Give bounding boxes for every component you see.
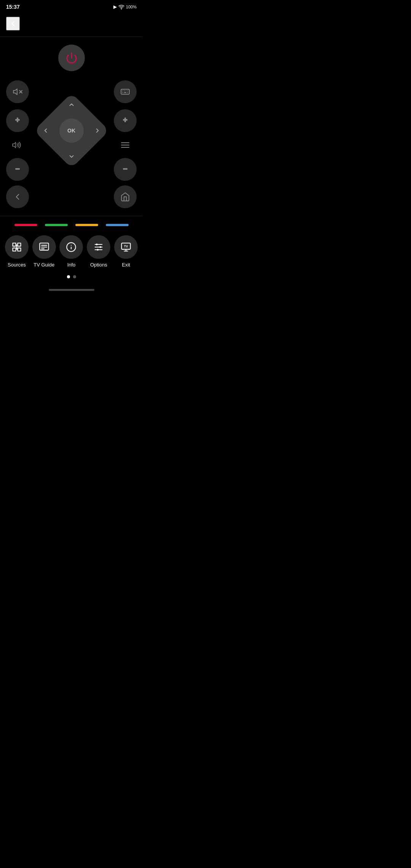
svg-rect-8 bbox=[121, 89, 129, 94]
sources-label: Sources bbox=[8, 262, 26, 268]
nav-right-button[interactable] bbox=[92, 125, 103, 136]
sources-icon-circle bbox=[5, 235, 29, 259]
back-button[interactable] bbox=[6, 185, 29, 208]
wifi-icon bbox=[118, 4, 124, 10]
svg-rect-24 bbox=[13, 248, 16, 251]
info-button[interactable]: Info bbox=[59, 235, 83, 268]
svg-rect-22 bbox=[18, 243, 21, 246]
sources-icon bbox=[11, 242, 22, 252]
svg-text:+: + bbox=[123, 116, 127, 124]
green-button[interactable] bbox=[45, 224, 68, 226]
battery-icon: 100% bbox=[126, 5, 137, 9]
bottom-section: Sources TV Guide bbox=[0, 216, 143, 286]
youtube-icon: ▶ bbox=[113, 4, 117, 10]
left-column: + − bbox=[6, 80, 29, 181]
options-button[interactable]: Options bbox=[87, 235, 110, 268]
svg-rect-21 bbox=[13, 243, 16, 246]
power-button[interactable] bbox=[58, 45, 85, 71]
ok-button[interactable]: OK bbox=[59, 118, 84, 143]
svg-rect-23 bbox=[18, 248, 21, 251]
nav-left-button[interactable] bbox=[40, 125, 51, 136]
tv-guide-icon bbox=[39, 242, 49, 252]
red-button[interactable] bbox=[14, 224, 37, 226]
exit-icon: TV bbox=[121, 242, 131, 252]
remote-section: + − bbox=[0, 37, 143, 216]
mute-button[interactable] bbox=[6, 80, 29, 103]
options-icon bbox=[93, 242, 104, 252]
back-navigation-button[interactable] bbox=[6, 17, 20, 30]
tv-guide-label: TV Guide bbox=[33, 262, 54, 268]
page-dot-1 bbox=[67, 275, 70, 278]
yellow-button[interactable] bbox=[75, 224, 98, 226]
svg-point-35 bbox=[96, 244, 98, 246]
svg-text:+: + bbox=[15, 116, 19, 124]
svg-marker-6 bbox=[13, 142, 16, 148]
volume-up-button[interactable]: + bbox=[6, 109, 29, 132]
svg-text:−: − bbox=[15, 164, 19, 173]
options-icon-circle bbox=[87, 235, 110, 259]
status-bar: 15:37 ▶ 100% bbox=[0, 0, 143, 14]
volume-down-button[interactable]: − bbox=[6, 158, 29, 181]
power-row bbox=[6, 45, 137, 71]
nav-area: + − bbox=[6, 80, 137, 181]
bottom-row bbox=[6, 185, 137, 208]
sources-button[interactable]: Sources bbox=[5, 235, 29, 268]
home-bar bbox=[49, 289, 94, 291]
exit-button[interactable]: TV Exit bbox=[114, 235, 138, 268]
svg-text:−: − bbox=[123, 164, 127, 173]
nav-down-button[interactable] bbox=[66, 151, 77, 162]
svg-marker-2 bbox=[13, 89, 17, 94]
home-button[interactable] bbox=[114, 185, 137, 208]
color-buttons bbox=[3, 224, 140, 226]
channel-indicator bbox=[114, 138, 137, 152]
svg-text:TV: TV bbox=[124, 245, 128, 248]
right-column: + − bbox=[114, 80, 137, 181]
nav-diamond: OK bbox=[41, 100, 102, 161]
tv-guide-icon-circle bbox=[32, 235, 56, 259]
page-dot-2 bbox=[73, 275, 76, 278]
svg-point-0 bbox=[121, 9, 121, 9]
tv-guide-button[interactable]: TV Guide bbox=[32, 235, 56, 268]
info-label: Info bbox=[67, 262, 76, 268]
info-icon-circle bbox=[59, 235, 83, 259]
svg-point-36 bbox=[100, 246, 102, 248]
blue-button[interactable] bbox=[106, 224, 129, 226]
status-time: 15:37 bbox=[6, 4, 20, 10]
exit-label: Exit bbox=[122, 262, 130, 268]
nav-up-button[interactable] bbox=[66, 99, 77, 110]
status-icons: ▶ 100% bbox=[113, 4, 137, 10]
channel-up-button[interactable]: + bbox=[114, 109, 137, 132]
volume-indicator bbox=[6, 138, 29, 152]
info-icon bbox=[66, 242, 76, 252]
action-buttons: Sources TV Guide bbox=[3, 235, 140, 268]
exit-icon-circle: TV bbox=[114, 235, 138, 259]
channel-down-button[interactable]: − bbox=[114, 158, 137, 181]
page-dots bbox=[3, 275, 140, 278]
svg-point-37 bbox=[97, 249, 99, 251]
options-label: Options bbox=[90, 262, 107, 268]
home-indicator bbox=[0, 286, 143, 294]
nav-pad: OK bbox=[37, 93, 106, 169]
header bbox=[0, 14, 143, 37]
keyboard-button[interactable] bbox=[114, 80, 137, 103]
